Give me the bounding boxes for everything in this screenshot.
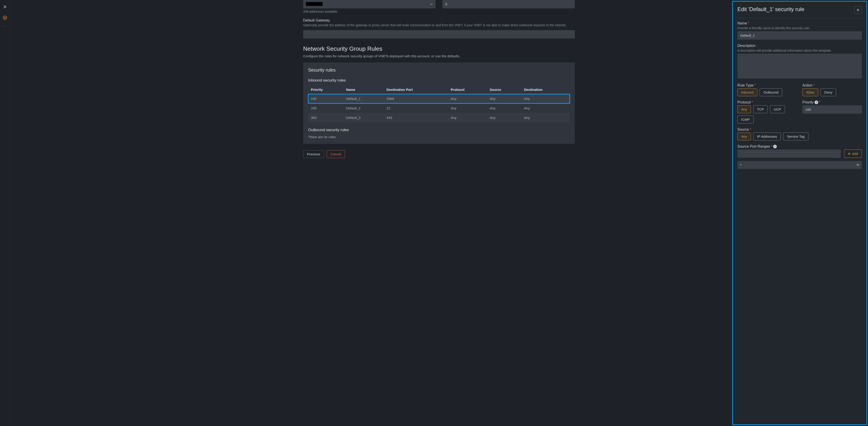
table-cell: Default_1 <box>343 94 384 103</box>
rule-description-input[interactable] <box>737 54 862 79</box>
ruletype-option-outbound[interactable]: Outbound <box>760 88 782 96</box>
previous-button[interactable]: Previous <box>303 150 324 158</box>
address-space-select[interactable]: ███████ <box>303 0 436 8</box>
column-header: Destination Port <box>384 85 448 94</box>
inbound-rules-table: PriorityNameDestination PortProtocolSour… <box>308 85 570 122</box>
gateway-input[interactable] <box>303 30 575 38</box>
plus-icon <box>848 152 850 155</box>
column-header: Destination <box>521 85 570 94</box>
table-cell: Default_3 <box>343 113 384 123</box>
table-cell: Any <box>521 103 570 113</box>
column-header: Name <box>343 85 384 94</box>
sourceport-remove-button[interactable] <box>857 163 859 167</box>
source-option-ip-addresses[interactable]: IP Addresses <box>753 132 781 141</box>
protocol-option-tcp[interactable]: TCP <box>753 105 768 113</box>
outbound-title: Outbound security rules <box>308 128 570 132</box>
cancel-button[interactable]: Cancel <box>327 150 345 158</box>
protocol-option-icmp[interactable]: ICMP <box>737 116 754 123</box>
protocol-label: Protocol * <box>737 100 797 104</box>
action-option-allow[interactable]: Allow <box>802 88 818 96</box>
table-cell: 200 <box>308 103 343 113</box>
chevrons-right-icon <box>3 5 7 9</box>
column-header: Source <box>487 85 521 94</box>
sourceports-add-button[interactable]: Add <box>844 150 862 158</box>
source-option-service-tag[interactable]: Service Tag <box>783 132 808 141</box>
source-option-any[interactable]: Any <box>737 132 751 141</box>
column-header: Priority <box>308 85 343 94</box>
protocol-option-ucp[interactable]: UCP <box>770 105 785 113</box>
drawer-title: Edit 'Default_1' security rule <box>737 6 804 12</box>
nsg-subheading: Configure the rules for network security… <box>303 54 575 58</box>
priority-label: Priority i * <box>802 100 862 104</box>
action-label: Action * <box>802 83 862 87</box>
edit-rule-drawer: Edit 'Default_1' security rule Name * Pr… <box>732 1 867 425</box>
table-row[interactable]: 100Default_13389AnyAnyAny <box>308 94 570 103</box>
description-desc: A description will provide additional in… <box>737 49 862 52</box>
table-cell: 300 <box>308 113 343 123</box>
priority-input[interactable] <box>802 105 862 114</box>
sourceports-label: Source Port Ranges * i <box>737 145 862 149</box>
wizard-footer: Previous Cancel <box>303 150 575 158</box>
ruletype-toggle-group: InboundOutbound <box>737 88 797 96</box>
info-icon: i <box>814 100 818 104</box>
table-cell: Any <box>448 94 487 103</box>
column-header: Protocol <box>448 85 487 94</box>
source-toggle-group: AnyIP AddressesService Tag <box>737 132 862 141</box>
info-icon: i <box>773 145 777 148</box>
action-option-deny[interactable]: Deny <box>820 88 836 96</box>
sourceport-value: * <box>740 163 741 167</box>
table-cell: 100 <box>308 94 343 103</box>
table-cell: Any <box>448 113 487 123</box>
table-cell: Any <box>487 103 521 113</box>
security-rules-panel: Security rules Inbound security rules Pr… <box>303 62 575 144</box>
rule-name-input[interactable] <box>737 31 862 40</box>
protocol-toggle-group: AnyTCPUCPICMP <box>737 105 797 123</box>
table-cell: Any <box>487 113 521 123</box>
nsg-heading: Network Security Group Rules <box>303 45 575 52</box>
table-cell: Any <box>521 94 570 103</box>
table-cell: Any <box>448 103 487 113</box>
table-cell: Any <box>521 113 570 123</box>
table-row[interactable]: 200Default_222AnyAnyAny <box>308 103 570 113</box>
source-label: Source * <box>737 127 862 131</box>
gateway-label: Default Gateway <box>303 18 575 23</box>
table-cell: 22 <box>384 103 448 113</box>
table-cell: 443 <box>384 113 448 123</box>
address-space-redacted-value: ███████ <box>306 2 322 6</box>
sidebar <box>0 0 10 426</box>
max-number-input[interactable] <box>442 0 575 8</box>
gateway-desc: Optionally provide the address of the ga… <box>303 23 575 27</box>
inbound-title: Inbound security rules <box>308 78 570 83</box>
name-desc: Provide a friendly name to identify this… <box>737 26 862 30</box>
ruletype-option-inbound[interactable]: Inbound <box>737 88 757 96</box>
action-toggle-group: AllowDeny <box>802 88 862 96</box>
sidebar-expand-button[interactable] <box>2 4 8 10</box>
outbound-empty: There are no rules <box>308 135 570 139</box>
table-row[interactable]: 300Default_3443AnyAnyAny <box>308 113 570 123</box>
close-icon <box>857 163 859 166</box>
ruletype-label: Rule Type * <box>737 83 797 87</box>
plus-circle-icon <box>3 16 7 20</box>
table-cell: Any <box>487 94 521 103</box>
sourceports-input[interactable] <box>737 150 841 158</box>
address-space-input[interactable] <box>303 0 436 8</box>
protocol-option-any[interactable]: Any <box>737 105 751 113</box>
close-icon <box>857 8 860 11</box>
sidebar-add-button[interactable] <box>2 14 8 21</box>
address-space-helper: 256 addresses available <box>303 10 436 13</box>
table-cell: Default_2 <box>343 103 384 113</box>
name-label: Name * <box>737 21 862 25</box>
sourceport-chip: * <box>737 161 862 169</box>
panel-title: Security rules <box>308 67 570 73</box>
drawer-close-button[interactable] <box>854 6 862 14</box>
description-label: Description <box>737 44 862 48</box>
table-cell: 3389 <box>384 94 448 103</box>
